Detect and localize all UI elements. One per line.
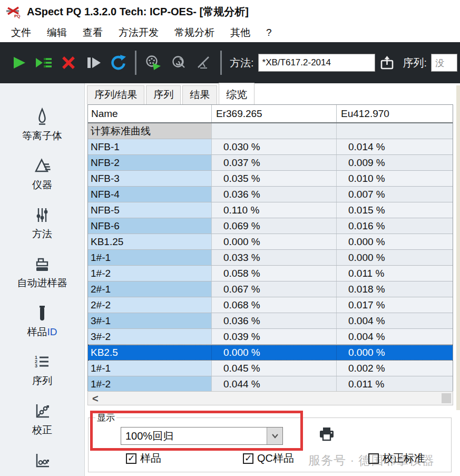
row-eu-cell[interactable]: 0.009 % (336, 155, 453, 170)
row-eu-cell[interactable]: 0.002 % (336, 361, 453, 376)
method-input[interactable] (258, 54, 375, 72)
row-eu-cell[interactable]: 0.014 % (336, 139, 453, 154)
row-er-cell[interactable]: 0.044 % (211, 376, 336, 392)
start-sequence-button[interactable] (31, 50, 56, 75)
row-name-cell[interactable]: NFB-4 (88, 187, 211, 202)
checkbox-box-icon[interactable] (126, 453, 136, 464)
checkbox-qc-samples[interactable]: QC样品 (243, 451, 294, 465)
table-row[interactable]: 3#-2 0.039 % 0.004 % (88, 329, 453, 345)
menu-routine-analysis[interactable]: 常规分析 (167, 24, 222, 41)
row-name-cell[interactable]: 1#-1 (88, 250, 211, 265)
sidebar-item-sample-id[interactable]: 样品ID (27, 304, 57, 339)
column-header-eu[interactable]: Eu412.970 (336, 105, 453, 122)
checkbox-box-icon[interactable] (243, 453, 253, 464)
torch-off-button[interactable] (191, 50, 216, 75)
step-button[interactable] (81, 50, 105, 75)
sidebar-item-overlay[interactable] (33, 451, 52, 472)
row-eu-cell[interactable]: 0.018 % (336, 281, 453, 297)
row-er-cell[interactable]: 0.045 % (211, 361, 336, 376)
row-er-cell[interactable]: 0.000 % (211, 345, 336, 360)
row-eu-cell[interactable]: 0.004 % (336, 329, 453, 344)
row-er-cell[interactable]: 0.030 % (211, 139, 336, 154)
row-eu-cell[interactable]: 0.017 % (336, 297, 453, 313)
sidebar-item-sequence[interactable]: 1 2 3 序列 (32, 353, 52, 388)
row-er-cell[interactable]: 0.035 % (211, 171, 336, 186)
print-button[interactable] (317, 425, 337, 445)
reload-button[interactable] (105, 50, 130, 75)
row-name-cell[interactable]: KB2.5 (88, 345, 211, 360)
row-eu-cell[interactable] (336, 123, 453, 139)
row-eu-cell[interactable]: 0.011 % (336, 266, 453, 281)
row-er-cell[interactable]: 0.110 % (211, 202, 336, 218)
row-name-cell[interactable]: NFB-5 (88, 202, 211, 218)
table-row[interactable]: KB2.5 0.000 % 0.000 % (88, 345, 453, 361)
row-er-cell[interactable]: 0.039 % (211, 329, 336, 344)
row-er-cell[interactable]: 0.058 % (211, 266, 336, 281)
column-header-er[interactable]: Er369.265 (211, 105, 336, 122)
row-name-cell[interactable]: 1#-2 (88, 266, 211, 281)
row-eu-cell[interactable]: 0.004 % (336, 313, 453, 328)
table-row[interactable]: 2#-2 0.068 % 0.017 % (88, 297, 453, 313)
table-row[interactable]: NFB-3 0.035 % 0.010 % (88, 171, 453, 187)
row-er-cell[interactable]: 0.067 % (211, 281, 336, 297)
row-name-cell[interactable]: 3#-1 (88, 313, 211, 328)
row-er-cell[interactable]: 0.000 % (211, 234, 336, 249)
row-name-cell[interactable]: 1#-1 (88, 361, 211, 376)
stop-button[interactable] (56, 50, 81, 75)
table-row[interactable]: 1#-2 0.044 % 0.011 % (88, 376, 453, 392)
start-button[interactable] (6, 50, 31, 75)
row-name-cell[interactable]: 2#-2 (88, 297, 211, 313)
row-eu-cell[interactable]: 0.015 % (336, 202, 453, 218)
sidebar-item-calibration[interactable]: 校正 (32, 402, 52, 437)
row-name-cell[interactable]: 2#-1 (88, 281, 211, 297)
row-name-cell[interactable]: NFB-2 (88, 155, 211, 170)
table-row[interactable]: NFB-1 0.030 % 0.014 % (88, 139, 453, 155)
table-row[interactable]: NFB-5 0.110 % 0.015 % (88, 202, 453, 218)
row-er-cell[interactable]: 0.036 % (211, 187, 336, 202)
menu-other[interactable]: 其他 (222, 24, 258, 41)
row-eu-cell[interactable]: 0.000 % (336, 234, 453, 249)
row-name-cell[interactable]: 计算标准曲线 (88, 123, 211, 139)
checkbox-calibration-standards[interactable]: 校正标准 (368, 451, 425, 465)
row-name-cell[interactable]: NFB-6 (88, 218, 211, 234)
table-row[interactable]: KB1.25 0.000 % 0.000 % (88, 234, 453, 250)
menu-method-dev[interactable]: 方法开发 (111, 24, 167, 41)
sequence-input[interactable] (431, 54, 457, 72)
row-eu-cell[interactable]: 0.016 % (336, 218, 453, 234)
row-eu-cell[interactable]: 0.010 % (336, 171, 453, 186)
row-name-cell[interactable]: 1#-2 (88, 376, 211, 392)
checkbox-samples[interactable]: 样品 (126, 451, 161, 465)
dropdown-button[interactable] (267, 428, 282, 444)
table-row[interactable]: 1#-1 0.045 % 0.002 % (88, 361, 453, 376)
table-row[interactable]: 2#-1 0.067 % 0.018 % (88, 281, 453, 297)
sidebar-item-autosampler[interactable]: 自动进样器 (17, 255, 67, 290)
display-mode-dropdown[interactable]: 100%回归 (121, 427, 283, 445)
row-name-cell[interactable]: NFB-1 (88, 139, 211, 154)
horizontal-scrollbar[interactable]: < (87, 391, 453, 405)
row-er-cell[interactable]: 0.068 % (211, 297, 336, 313)
table-row[interactable]: NFB-6 0.069 % 0.016 % (88, 218, 453, 234)
scrollbar-thumb[interactable] (442, 393, 451, 403)
table-row[interactable]: 3#-1 0.036 % 0.004 % (88, 313, 453, 329)
table-row[interactable]: 1#-2 0.058 % 0.011 % (88, 266, 453, 281)
row-eu-cell[interactable]: 0.000 % (336, 250, 453, 265)
scroll-left-arrow-icon[interactable]: < (88, 393, 99, 404)
row-er-cell[interactable] (211, 123, 336, 139)
open-method-button[interactable] (375, 50, 400, 75)
table-row[interactable]: 计算标准曲线 (88, 123, 453, 139)
sidebar-item-plasma[interactable]: 等离子体 (22, 108, 62, 143)
menu-edit[interactable]: 编辑 (39, 24, 75, 41)
row-name-cell[interactable]: KB1.25 (88, 234, 211, 249)
row-er-cell[interactable]: 0.033 % (211, 250, 336, 265)
tab-sequence-results[interactable]: 序列/结果 (87, 85, 144, 104)
pump-start-button[interactable] (141, 50, 166, 75)
column-header-name[interactable]: Name (88, 105, 211, 122)
sidebar-item-method[interactable]: 方法 (32, 206, 52, 241)
row-er-cell[interactable]: 0.036 % (211, 313, 336, 328)
row-name-cell[interactable]: 3#-2 (88, 329, 211, 344)
row-name-cell[interactable]: NFB-3 (88, 171, 211, 186)
row-er-cell[interactable]: 0.037 % (211, 155, 336, 170)
tab-results[interactable]: 结果 (182, 85, 217, 104)
pump-button[interactable] (166, 50, 191, 75)
menu-help[interactable]: ? (258, 25, 280, 40)
